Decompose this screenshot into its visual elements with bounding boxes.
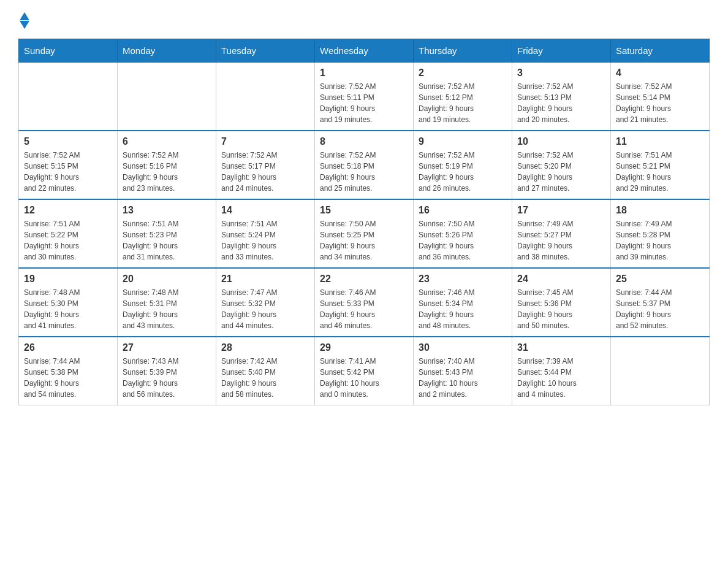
calendar-cell: 22Sunrise: 7:46 AMSunset: 5:33 PMDayligh… (315, 268, 414, 337)
day-header-thursday: Thursday (414, 39, 512, 63)
day-info: Sunrise: 7:52 AMSunset: 5:13 PMDaylight:… (517, 81, 605, 125)
calendar-cell: 9Sunrise: 7:52 AMSunset: 5:19 PMDaylight… (414, 131, 512, 199)
day-number: 26 (24, 342, 112, 353)
day-header-tuesday: Tuesday (216, 39, 315, 63)
calendar-cell: 7Sunrise: 7:52 AMSunset: 5:17 PMDaylight… (216, 131, 315, 199)
day-info: Sunrise: 7:51 AMSunset: 5:23 PMDaylight:… (123, 218, 211, 262)
day-number: 15 (320, 205, 408, 216)
calendar-week-row: 5Sunrise: 7:52 AMSunset: 5:15 PMDaylight… (19, 131, 710, 199)
calendar-cell: 31Sunrise: 7:39 AMSunset: 5:44 PMDayligh… (512, 337, 611, 405)
calendar-cell: 5Sunrise: 7:52 AMSunset: 5:15 PMDaylight… (19, 131, 118, 199)
day-number: 30 (419, 342, 507, 353)
day-info: Sunrise: 7:43 AMSunset: 5:39 PMDaylight:… (123, 356, 211, 400)
calendar-cell: 15Sunrise: 7:50 AMSunset: 5:25 PMDayligh… (315, 199, 414, 268)
day-number: 28 (221, 342, 309, 353)
day-info: Sunrise: 7:47 AMSunset: 5:32 PMDaylight:… (221, 287, 309, 331)
day-info: Sunrise: 7:52 AMSunset: 5:16 PMDaylight:… (123, 150, 211, 194)
day-info: Sunrise: 7:51 AMSunset: 5:22 PMDaylight:… (24, 218, 112, 262)
calendar-cell (118, 63, 216, 131)
calendar-cell: 25Sunrise: 7:44 AMSunset: 5:37 PMDayligh… (611, 268, 710, 337)
calendar-cell: 4Sunrise: 7:52 AMSunset: 5:14 PMDaylight… (611, 63, 710, 131)
calendar-week-row: 26Sunrise: 7:44 AMSunset: 5:38 PMDayligh… (19, 337, 710, 405)
day-info: Sunrise: 7:45 AMSunset: 5:36 PMDaylight:… (517, 287, 605, 331)
calendar-cell: 29Sunrise: 7:41 AMSunset: 5:42 PMDayligh… (315, 337, 414, 405)
calendar-table: SundayMondayTuesdayWednesdayThursdayFrid… (18, 39, 710, 405)
day-number: 14 (221, 205, 309, 216)
calendar-cell: 14Sunrise: 7:51 AMSunset: 5:24 PMDayligh… (216, 199, 315, 268)
day-info: Sunrise: 7:46 AMSunset: 5:33 PMDaylight:… (320, 287, 408, 331)
day-info: Sunrise: 7:52 AMSunset: 5:18 PMDaylight:… (320, 150, 408, 194)
day-info: Sunrise: 7:51 AMSunset: 5:24 PMDaylight:… (221, 218, 309, 262)
day-number: 17 (517, 205, 605, 216)
calendar-cell: 6Sunrise: 7:52 AMSunset: 5:16 PMDaylight… (118, 131, 216, 199)
day-info: Sunrise: 7:50 AMSunset: 5:25 PMDaylight:… (320, 218, 408, 262)
day-info: Sunrise: 7:41 AMSunset: 5:42 PMDaylight:… (320, 356, 408, 400)
calendar-cell (611, 337, 710, 405)
day-number: 16 (419, 205, 507, 216)
calendar-cell: 17Sunrise: 7:49 AMSunset: 5:27 PMDayligh… (512, 199, 611, 268)
calendar-cell (216, 63, 315, 131)
day-info: Sunrise: 7:52 AMSunset: 5:19 PMDaylight:… (419, 150, 507, 194)
calendar-cell: 23Sunrise: 7:46 AMSunset: 5:34 PMDayligh… (414, 268, 512, 337)
calendar-cell: 24Sunrise: 7:45 AMSunset: 5:36 PMDayligh… (512, 268, 611, 337)
day-number: 7 (221, 136, 309, 147)
day-number: 5 (24, 136, 112, 147)
day-number: 4 (616, 67, 704, 79)
calendar-cell: 18Sunrise: 7:49 AMSunset: 5:28 PMDayligh… (611, 199, 710, 268)
day-number: 10 (517, 136, 605, 147)
calendar-week-row: 1Sunrise: 7:52 AMSunset: 5:11 PMDaylight… (19, 63, 710, 131)
logo[interactable] (18, 12, 29, 26)
day-info: Sunrise: 7:52 AMSunset: 5:17 PMDaylight:… (221, 150, 309, 194)
calendar-cell: 20Sunrise: 7:48 AMSunset: 5:31 PMDayligh… (118, 268, 216, 337)
day-number: 9 (419, 136, 507, 147)
day-number: 19 (24, 274, 112, 285)
day-info: Sunrise: 7:51 AMSunset: 5:21 PMDaylight:… (616, 150, 704, 194)
day-number: 29 (320, 342, 408, 353)
day-info: Sunrise: 7:44 AMSunset: 5:38 PMDaylight:… (24, 356, 112, 400)
calendar-cell: 21Sunrise: 7:47 AMSunset: 5:32 PMDayligh… (216, 268, 315, 337)
day-number: 21 (221, 274, 309, 285)
day-number: 2 (419, 67, 507, 79)
day-info: Sunrise: 7:49 AMSunset: 5:28 PMDaylight:… (616, 218, 704, 262)
day-info: Sunrise: 7:48 AMSunset: 5:31 PMDaylight:… (123, 287, 211, 331)
day-number: 20 (123, 274, 211, 285)
calendar-cell: 8Sunrise: 7:52 AMSunset: 5:18 PMDaylight… (315, 131, 414, 199)
day-number: 24 (517, 274, 605, 285)
day-number: 27 (123, 342, 211, 353)
day-number: 11 (616, 136, 704, 147)
day-info: Sunrise: 7:52 AMSunset: 5:12 PMDaylight:… (419, 81, 507, 125)
day-info: Sunrise: 7:52 AMSunset: 5:14 PMDaylight:… (616, 81, 704, 125)
day-number: 22 (320, 274, 408, 285)
day-info: Sunrise: 7:42 AMSunset: 5:40 PMDaylight:… (221, 356, 309, 400)
calendar-week-row: 19Sunrise: 7:48 AMSunset: 5:30 PMDayligh… (19, 268, 710, 337)
day-number: 8 (320, 136, 408, 147)
day-info: Sunrise: 7:48 AMSunset: 5:30 PMDaylight:… (24, 287, 112, 331)
day-info: Sunrise: 7:46 AMSunset: 5:34 PMDaylight:… (419, 287, 507, 331)
calendar-cell: 26Sunrise: 7:44 AMSunset: 5:38 PMDayligh… (19, 337, 118, 405)
calendar-cell: 16Sunrise: 7:50 AMSunset: 5:26 PMDayligh… (414, 199, 512, 268)
calendar-cell: 3Sunrise: 7:52 AMSunset: 5:13 PMDaylight… (512, 63, 611, 131)
day-info: Sunrise: 7:52 AMSunset: 5:20 PMDaylight:… (517, 150, 605, 194)
day-info: Sunrise: 7:44 AMSunset: 5:37 PMDaylight:… (616, 287, 704, 331)
day-number: 3 (517, 67, 605, 79)
calendar-cell: 12Sunrise: 7:51 AMSunset: 5:22 PMDayligh… (19, 199, 118, 268)
day-number: 25 (616, 274, 704, 285)
day-number: 6 (123, 136, 211, 147)
day-info: Sunrise: 7:50 AMSunset: 5:26 PMDaylight:… (419, 218, 507, 262)
calendar-week-row: 12Sunrise: 7:51 AMSunset: 5:22 PMDayligh… (19, 199, 710, 268)
calendar-header-row: SundayMondayTuesdayWednesdayThursdayFrid… (19, 39, 710, 63)
calendar-cell (19, 63, 118, 131)
day-number: 12 (24, 205, 112, 216)
day-header-wednesday: Wednesday (315, 39, 414, 63)
day-number: 31 (517, 342, 605, 353)
day-info: Sunrise: 7:49 AMSunset: 5:27 PMDaylight:… (517, 218, 605, 262)
day-header-sunday: Sunday (19, 39, 118, 63)
day-info: Sunrise: 7:52 AMSunset: 5:11 PMDaylight:… (320, 81, 408, 125)
calendar-cell: 28Sunrise: 7:42 AMSunset: 5:40 PMDayligh… (216, 337, 315, 405)
day-number: 1 (320, 67, 408, 79)
calendar-cell: 13Sunrise: 7:51 AMSunset: 5:23 PMDayligh… (118, 199, 216, 268)
day-info: Sunrise: 7:39 AMSunset: 5:44 PMDaylight:… (517, 356, 605, 400)
day-number: 18 (616, 205, 704, 216)
calendar-cell: 30Sunrise: 7:40 AMSunset: 5:43 PMDayligh… (414, 337, 512, 405)
day-header-saturday: Saturday (611, 39, 710, 63)
